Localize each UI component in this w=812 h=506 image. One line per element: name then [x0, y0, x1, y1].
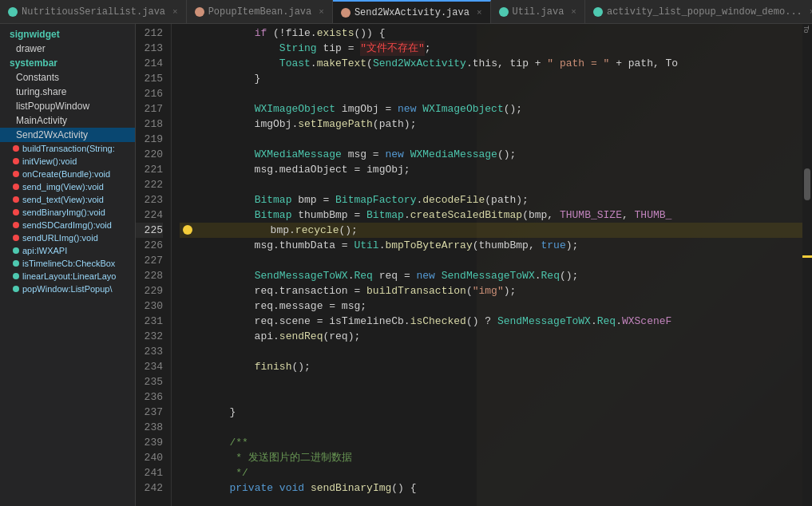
scroll-thumb[interactable]: [804, 168, 810, 200]
breakpoint-225: [183, 225, 192, 235]
method-dot-3: [13, 171, 19, 177]
tab-popupitembean[interactable]: PopupItemBean.java ×: [187, 0, 333, 24]
sidebar: signwidget drawer systembar Constants tu…: [0, 24, 136, 506]
method-label-11: linearLayout:LinearLayo: [22, 271, 116, 281]
code-line-218: imgObj.setImagePath(path);: [180, 117, 802, 132]
linenum-216: 216: [136, 86, 163, 101]
linenum-212: 212: [136, 26, 163, 41]
linenum-229: 229: [136, 283, 163, 298]
method-label-7: sendSDCardImg():void: [22, 220, 112, 230]
sidebar-field-popwindow[interactable]: popWindow:ListPopup\: [0, 283, 135, 295]
sidebar-item-signwidget[interactable]: signwidget: [0, 27, 135, 42]
sidebar-item-drawer[interactable]: drawer: [0, 42, 135, 56]
sidebar-item-constants[interactable]: Constants: [0, 70, 135, 85]
linenum-219: 219: [136, 132, 163, 147]
scroll-label-to: To: [802, 26, 812, 34]
linenum-241: 241: [136, 465, 163, 480]
sidebar-method-buildtransaction[interactable]: buildTransaction(String:: [0, 142, 135, 155]
sidebar-method-oncreate[interactable]: onCreate(Bundle):void: [0, 168, 135, 180]
tab-icon-2: [195, 7, 204, 17]
tab-bar: NutritiousSerialList.java × PopupItemBea…: [0, 0, 812, 24]
linenum-242: 242: [136, 480, 163, 496]
code-line-212: if (!file.exists()) {: [180, 26, 802, 41]
code-line-216: [180, 86, 802, 101]
code-line-231: req.scene = isTimelineCb.isChecked() ? S…: [180, 314, 802, 329]
sidebar-method-initview[interactable]: initView():void: [0, 155, 135, 168]
sidebar-method-sendbinaryimg[interactable]: sendBinaryImg():void: [0, 206, 135, 219]
linenum-221: 221: [136, 162, 163, 177]
linenum-226: 226: [136, 238, 163, 253]
linenum-225: 225: [136, 223, 163, 238]
sidebar-item-mainactivity[interactable]: MainActivity: [0, 113, 135, 128]
linenum-233: 233: [136, 344, 163, 359]
method-label-4: send_img(View):void: [22, 182, 104, 192]
sidebar-field-istimelinecb[interactable]: isTimelineCb:CheckBox: [0, 257, 135, 270]
linenum-240: 240: [136, 450, 163, 465]
code-line-220: WXMediaMessage msg = new WXMediaMessage(…: [180, 147, 802, 162]
code-line-222: [180, 177, 802, 192]
method-dot-12: [13, 286, 19, 292]
method-dot-2: [13, 158, 19, 164]
method-dot-4: [13, 184, 19, 190]
code-line-213: String tip = "文件不存在";: [180, 41, 802, 56]
code-content[interactable]: if (!file.exists()) { String tip = "文件不存…: [172, 24, 802, 506]
linenum-234: 234: [136, 359, 163, 374]
code-line-239: /**: [180, 435, 802, 450]
tab-nutritiousseriallist[interactable]: NutritiousSerialList.java ×: [0, 0, 187, 24]
sidebar-item-listpopupwindow[interactable]: listPopupWindow: [0, 99, 135, 113]
linenum-223: 223: [136, 192, 163, 208]
tab-close-2[interactable]: ×: [319, 7, 324, 17]
code-line-225: bmp.recycle();: [180, 223, 802, 238]
linenum-232: 232: [136, 329, 163, 344]
sidebar-field-linearlayout[interactable]: linearLayout:LinearLayo: [0, 270, 135, 283]
linenum-238: 238: [136, 420, 163, 435]
method-dot-9: [13, 247, 19, 254]
method-label-6: sendBinaryImg():void: [22, 208, 105, 217]
code-line-232: api.sendReq(req);: [180, 329, 802, 344]
code-line-223: Bitmap bmp = BitmapFactory.decodeFile(pa…: [180, 192, 802, 208]
method-label-10: isTimelineCb:CheckBox: [22, 259, 115, 268]
method-dot-7: [13, 222, 19, 228]
code-line-241: */: [180, 465, 802, 480]
tab-send2wxactivity[interactable]: Send2WxActivity.java ×: [333, 0, 491, 24]
method-label-5: send_text(View):void: [22, 195, 104, 204]
tab-close-1[interactable]: ×: [172, 7, 178, 17]
linenum-220: 220: [136, 147, 163, 162]
sidebar-method-send-text[interactable]: send_text(View):void: [0, 193, 135, 206]
linenum-235: 235: [136, 374, 163, 389]
method-label-2: initView():void: [22, 156, 77, 166]
tab-label-2: PopupItemBean.java: [208, 6, 312, 18]
linenum-230: 230: [136, 298, 163, 314]
sidebar-item-turing-share[interactable]: turing.share: [0, 85, 135, 99]
code-editor[interactable]: 212 213 214 215 216 217 218 219 220 221 …: [136, 24, 812, 506]
tab-label-3: Send2WxActivity.java: [355, 7, 469, 18]
sidebar-item-systembar[interactable]: systembar: [0, 56, 135, 70]
tab-close-3[interactable]: ×: [477, 8, 482, 18]
code-line-219: [180, 132, 802, 147]
tab-icon-4: [499, 7, 509, 17]
tab-close-4[interactable]: ×: [571, 7, 576, 17]
tab-util[interactable]: Util.java ×: [491, 0, 585, 24]
scroll-indicator[interactable]: To: [802, 24, 812, 506]
code-line-227: [180, 253, 802, 268]
code-line-217: WXImageObject imgObj = new WXImageObject…: [180, 101, 802, 117]
code-line-240: * 发送图片的二进制数据: [180, 450, 802, 465]
linenum-215: 215: [136, 71, 163, 86]
sidebar-method-sendsdcardimg[interactable]: sendSDCardImg():void: [0, 219, 135, 231]
linenum-217: 217: [136, 101, 163, 117]
code-area: 212 213 214 215 216 217 218 219 220 221 …: [136, 24, 812, 506]
code-line-236: [180, 389, 802, 405]
tab-label-5: activity_list_popup_window_demo...: [607, 6, 802, 18]
linenum-213: 213: [136, 41, 163, 56]
linenum-222: 222: [136, 177, 163, 192]
sidebar-item-send2wxactivity[interactable]: Send2WxActivity: [0, 128, 135, 142]
sidebar-method-send-img[interactable]: send_img(View):void: [0, 180, 135, 193]
sidebar-field-api[interactable]: api:IWXAPI: [0, 244, 135, 257]
code-line-226: msg.thumbData = Util.bmpToByteArray(thum…: [180, 238, 802, 253]
scroll-marker-yellow: [802, 255, 812, 258]
tab-activity-list[interactable]: activity_list_popup_window_demo... ×: [585, 0, 812, 24]
code-line-224: Bitmap thumbBmp = Bitmap.createScaledBit…: [180, 208, 802, 223]
method-label-9: api:IWXAPI: [22, 246, 67, 255]
sidebar-method-sendurlimg[interactable]: sendURLImg():void: [0, 231, 135, 244]
line-numbers: 212 213 214 215 216 217 218 219 220 221 …: [136, 24, 172, 506]
